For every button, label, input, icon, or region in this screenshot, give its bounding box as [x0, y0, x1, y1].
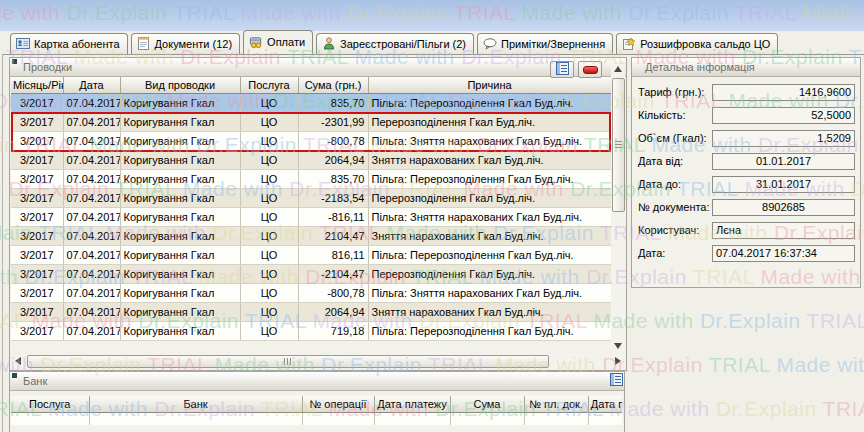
thumb-grip-icon	[615, 141, 622, 142]
transaction-row[interactable]: 3/201707.04.2017Коригування ГкалЦО2064,9…	[11, 151, 611, 170]
cell: Коригування Гкал	[120, 246, 240, 265]
transaction-row[interactable]: 3/201707.04.2017Коригування ГкалЦО-2183,…	[11, 189, 611, 208]
column-header[interactable]: Місяць/Рік	[11, 77, 63, 94]
bank-details-button[interactable]	[610, 373, 624, 390]
cell: -2301,99	[298, 113, 368, 132]
tab-3[interactable]: Оплати	[243, 30, 313, 54]
cell: Коригування Гкал	[120, 284, 240, 303]
field-label: Тариф (грн.):	[638, 86, 704, 98]
window-top-band	[0, 0, 864, 31]
field-value[interactable]: 1416,9600	[712, 84, 855, 101]
column-header[interactable]: Сума (грн.)	[298, 77, 368, 94]
tab-5[interactable]: Примітки/Звернення	[477, 33, 613, 54]
detail-field: Дата:07.04.2017 16:37:34	[632, 245, 860, 262]
column-header[interactable]: Дата платежу	[374, 396, 450, 413]
transaction-row[interactable]: 3/201707.04.2017Коригування ГкалЦО-816,1…	[11, 208, 611, 227]
cell: 3/2017	[11, 227, 63, 246]
cell: ЦО	[240, 132, 298, 151]
transaction-row[interactable]: 3/201707.04.2017Коригування ГкалЦО-2104,…	[11, 265, 611, 284]
cell: 07.04.2017	[63, 94, 120, 113]
decode-icon	[622, 37, 636, 50]
column-header[interactable]: Банк	[89, 396, 302, 413]
grid-toolbar	[550, 61, 602, 78]
thumb-grip-icon	[284, 358, 285, 365]
cell: 2064,94	[298, 151, 368, 170]
cell: 3/2017	[11, 265, 63, 284]
transaction-row[interactable]: 3/201707.04.2017Коригування ГкалЦО-800,7…	[11, 284, 611, 303]
cell: Коригування Гкал	[120, 189, 240, 208]
detail-field: Об`єм (Гкал):1,5209	[632, 130, 860, 147]
tab-1[interactable]: Картка абонента	[10, 33, 128, 54]
group-header: Банк	[10, 372, 624, 391]
cell: 07.04.2017	[63, 132, 120, 151]
detail-fields: Тариф (грн.):1416,9600Кількість:52,5000О…	[632, 84, 860, 268]
field-value[interactable]: 8902685	[712, 199, 855, 216]
tab-2[interactable]: Документи (12)	[131, 33, 241, 54]
vertical-scrollbar[interactable]	[611, 62, 625, 353]
tab-4[interactable]: Зареєстровані/Пільги (2)	[316, 33, 474, 54]
cell: 07.04.2017	[63, 170, 120, 189]
column-header[interactable]: Послуга	[11, 396, 89, 413]
app-window: Картка абонентаДокументи (12)ОплатиЗареє…	[0, 0, 864, 432]
transaction-row[interactable]: 3/201707.04.2017Коригування ГкалЦО835,70…	[11, 94, 611, 113]
horizontal-scrollbar[interactable]	[11, 354, 625, 368]
cell: 07.04.2017	[63, 113, 120, 132]
cell: -800,78	[298, 132, 368, 151]
card-icon	[16, 37, 30, 50]
cell: Перерозподілення Гкал Буд.ліч.	[368, 113, 611, 132]
horizontal-scroll-thumb[interactable]	[27, 355, 549, 368]
cell: 2104,47	[298, 227, 368, 246]
detail-field: Користувач:Лєна	[632, 222, 860, 239]
scroll-up-icon[interactable]	[614, 66, 622, 72]
column-header[interactable]: Послуга	[240, 77, 298, 94]
details-view-button[interactable]	[550, 61, 574, 78]
cell: 3/2017	[11, 151, 63, 170]
field-value[interactable]: 07.04.2017 16:37:34	[712, 245, 855, 262]
field-value[interactable]: 52,5000	[712, 107, 855, 124]
scroll-down-icon[interactable]	[614, 343, 622, 349]
column-header[interactable]: Дата	[63, 77, 120, 94]
tab-label: Зареєстровані/Пільги (2)	[340, 38, 466, 50]
cell: Пільга: Зняття нарахованих Гкал Буд.ліч.	[368, 132, 611, 151]
transaction-row[interactable]: 3/201707.04.2017Коригування ГкалЦО2104,4…	[11, 227, 611, 246]
column-header[interactable]: № пл. док.	[524, 396, 588, 413]
delete-row-button[interactable]	[578, 61, 602, 78]
transaction-row[interactable]: 3/201707.04.2017Коригування ГкалЦО2064,9…	[11, 303, 611, 322]
cell: ЦО	[240, 189, 298, 208]
group-header: Детальна інформація	[632, 58, 860, 77]
transactions-table: Місяць/РікДатаВид проводкиПослугаСума (г…	[11, 77, 611, 341]
column-header[interactable]: Дата пл. док.	[588, 396, 622, 413]
column-header[interactable]: Причина	[368, 77, 611, 94]
transaction-row[interactable]: 3/201707.04.2017Коригування ГкалЦО719,18…	[11, 322, 611, 341]
transaction-row[interactable]: 3/201707.04.2017Коригування ГкалЦО-2301,…	[11, 113, 611, 132]
cell: ЦО	[240, 284, 298, 303]
cell: Коригування Гкал	[120, 151, 240, 170]
transaction-row[interactable]: 3/201707.04.2017Коригування ГкалЦО816,11…	[11, 246, 611, 265]
field-value[interactable]: 1,5209	[712, 130, 855, 147]
cell: ЦО	[240, 227, 298, 246]
detail-field: № документа:8902685	[632, 199, 860, 216]
cell: 816,11	[298, 246, 368, 265]
detail-field: Дата від:01.01.2017	[632, 153, 860, 170]
bank-table-wrap: ПослугаБанк№ операціїДата платежуСума№ п…	[11, 396, 622, 425]
transaction-row[interactable]: 3/201707.04.2017Коригування ГкалЦО835,70…	[11, 170, 611, 189]
transaction-row[interactable]: 3/201707.04.2017Коригування ГкалЦО-800,7…	[11, 132, 611, 151]
tab-6[interactable]: Розшифровка сальдо ЦО	[616, 33, 778, 54]
field-label: Дата від:	[638, 155, 683, 167]
group-corner-marker	[12, 59, 17, 64]
field-value[interactable]: Лєна	[712, 222, 855, 239]
cell: 3/2017	[11, 132, 63, 151]
cell: Перерозподілення Гкал Буд.ліч.	[368, 189, 611, 208]
cell: 835,70	[298, 94, 368, 113]
cell: -2104,47	[298, 265, 368, 284]
scroll-left-icon[interactable]	[15, 357, 21, 365]
field-value[interactable]: 31.01.2017	[712, 176, 855, 193]
cell: Коригування Гкал	[120, 113, 240, 132]
column-header[interactable]: Вид проводки	[120, 77, 240, 94]
field-value[interactable]: 01.01.2017	[712, 153, 855, 170]
column-header[interactable]: № операції	[302, 396, 374, 413]
vertical-scroll-thumb[interactable]	[612, 78, 625, 212]
tab-label: Оплати	[267, 36, 305, 48]
column-header[interactable]: Сума	[450, 396, 524, 413]
scroll-right-icon[interactable]	[615, 357, 621, 365]
